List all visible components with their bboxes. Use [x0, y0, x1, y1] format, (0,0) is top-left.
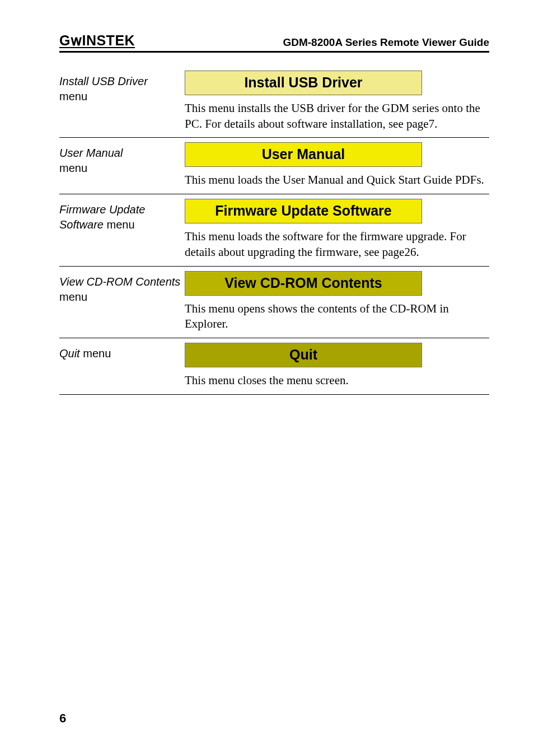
section-description: This menu loads the User Manual and Quic… [185, 172, 489, 188]
label-plain: menu [59, 291, 87, 303]
section-description: This menu installs the USB driver for th… [185, 101, 489, 132]
section-view-cdrom: View CD-ROM Contents menu View CD-ROM Co… [59, 267, 489, 338]
install-usb-driver-button[interactable]: Install USB Driver [185, 71, 422, 95]
section-firmware-update: Firmware Update Software menu Firmware U… [59, 194, 489, 266]
document-title: GDM-8200A Series Remote Viewer Guide [283, 36, 489, 49]
page-header: GᴡINSTEK GDM-8200A Series Remote Viewer … [59, 32, 489, 53]
page-number: 6 [59, 711, 66, 726]
label-plain: menu [80, 347, 111, 360]
section-install-usb-driver: Install USB Driver menu Install USB Driv… [59, 68, 489, 138]
section-label: Firmware Update Software menu [59, 199, 181, 260]
section-body: Install USB Driver This menu installs th… [185, 71, 489, 132]
section-user-manual: User Manual menu User Manual This menu l… [59, 138, 489, 194]
label-plain: menu [59, 162, 87, 174]
section-label: Install USB Driver menu [59, 71, 181, 132]
section-description: This menu loads the software for the fir… [185, 229, 489, 260]
label-italic: View CD-ROM Contents [59, 276, 180, 288]
label-italic: Install USB Driver [59, 75, 148, 87]
section-body: View CD-ROM Contents This menu opens sho… [185, 271, 489, 332]
view-cdrom-button[interactable]: View CD-ROM Contents [185, 271, 422, 296]
label-italic: User Manual [59, 147, 123, 159]
brand-logo: GᴡINSTEK [59, 32, 135, 49]
section-description: This menu opens shows the contents of th… [185, 301, 489, 332]
label-plain: menu [104, 218, 135, 231]
firmware-update-button[interactable]: Firmware Update Software [185, 199, 422, 223]
section-description: This menu closes the menu screen. [185, 373, 489, 389]
section-quit: Quit menu Quit This menu closes the menu… [59, 338, 489, 395]
sections-container: Install USB Driver menu Install USB Driv… [59, 68, 489, 395]
section-label: View CD-ROM Contents menu [59, 271, 181, 332]
section-body: Quit This menu closes the menu screen. [185, 343, 489, 389]
label-italic: Quit [59, 347, 80, 360]
section-body: Firmware Update Software This menu loads… [185, 199, 489, 260]
section-label: User Manual menu [59, 142, 181, 188]
section-label: Quit menu [59, 343, 181, 389]
user-manual-button[interactable]: User Manual [185, 142, 422, 167]
label-plain: menu [59, 90, 87, 102]
section-body: User Manual This menu loads the User Man… [185, 142, 489, 188]
quit-button[interactable]: Quit [185, 343, 422, 367]
